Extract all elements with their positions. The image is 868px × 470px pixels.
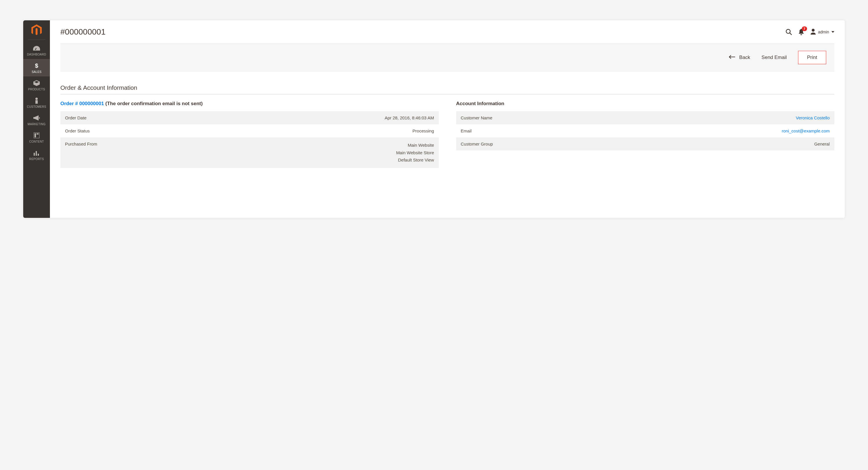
person-icon (32, 97, 41, 104)
sidebar-item-label: MARKETING (28, 123, 45, 126)
svg-point-10 (812, 29, 815, 32)
svg-rect-6 (36, 151, 37, 156)
customer-name-link[interactable]: Veronica Costello (796, 115, 830, 120)
sidebar-separator (28, 39, 45, 40)
svg-line-9 (789, 33, 792, 35)
account-info-table: Customer Name Veronica Costello Email ro… (456, 111, 835, 150)
customer-group-label: Customer Group (456, 138, 615, 150)
chevron-down-icon (831, 31, 834, 33)
svg-point-1 (35, 97, 38, 100)
purchased-from-label: Purchased From (60, 138, 217, 168)
dashboard-icon (32, 45, 41, 51)
order-number-link[interactable]: Order # 000000001 (60, 101, 104, 106)
svg-text:$: $ (35, 62, 38, 69)
sidebar-item-content[interactable]: CONTENT (23, 129, 50, 146)
order-info-column: Order # 000000001 (The order confirmatio… (60, 101, 439, 168)
customer-email-label: Email (456, 124, 615, 138)
svg-rect-3 (34, 133, 36, 138)
svg-rect-4 (37, 133, 39, 135)
page-title: #000000001 (60, 27, 105, 37)
order-date-value: Apr 28, 2016, 8:46:03 AM (217, 111, 439, 124)
print-button[interactable]: Print (798, 51, 826, 64)
sidebar-item-label: DASHBOARD (27, 53, 46, 56)
notifications-button[interactable]: 7 (798, 29, 804, 35)
username-label: admin (818, 30, 829, 34)
table-row: Order Status Processing (60, 124, 439, 138)
order-status-value: Processing (217, 124, 439, 138)
customer-email-link[interactable]: roni_cost@example.com (782, 128, 830, 133)
top-actions: 7 admin (785, 29, 834, 35)
svg-point-8 (786, 29, 790, 33)
notification-badge: 7 (802, 26, 807, 31)
layout-icon (32, 132, 41, 139)
table-row: Order Date Apr 28, 2016, 8:46:03 AM (60, 111, 439, 124)
purchased-from-line: Main Website Store (222, 149, 434, 156)
sidebar-item-label: PRODUCTS (28, 88, 45, 91)
table-row: Email roni_cost@example.com (456, 124, 835, 138)
sidebar-item-label: CONTENT (29, 140, 44, 143)
sidebar-item-customers[interactable]: CUSTOMERS (23, 94, 50, 111)
top-bar: #000000001 7 admi (60, 27, 834, 37)
sidebar: DASHBOARD $ SALES PRODUCTS CUSTOMERS (23, 20, 50, 218)
bar-chart-icon (32, 150, 41, 156)
search-icon[interactable] (785, 29, 792, 35)
customer-group-value: General (615, 138, 834, 150)
order-subheading: Order # 000000001 (The order confirmatio… (60, 101, 439, 107)
table-row: Customer Name Veronica Costello (456, 111, 835, 124)
sidebar-item-dashboard[interactable]: DASHBOARD (23, 41, 50, 59)
megaphone-icon (32, 115, 41, 121)
box-icon (32, 80, 41, 86)
sidebar-item-label: CUSTOMERS (27, 105, 46, 108)
sidebar-item-marketing[interactable]: MARKETING (23, 111, 50, 129)
sidebar-item-reports[interactable]: REPORTS (23, 146, 50, 164)
purchased-from-line: Default Store View (222, 156, 434, 164)
purchased-from-line: Main Website (222, 142, 434, 149)
table-row: Customer Group General (456, 138, 835, 150)
table-row: Purchased From Main Website Main Website… (60, 138, 439, 168)
action-bar: Back Send Email Print (60, 43, 834, 71)
customer-name-label: Customer Name (456, 111, 615, 124)
order-heading-note: (The order confirmation email is not sen… (104, 101, 203, 106)
order-info-table: Order Date Apr 28, 2016, 8:46:03 AM Orde… (60, 111, 439, 168)
sidebar-item-products[interactable]: PRODUCTS (23, 77, 50, 94)
arrow-left-icon (729, 55, 735, 60)
app-window: DASHBOARD $ SALES PRODUCTS CUSTOMERS (23, 20, 845, 218)
dollar-icon: $ (32, 62, 41, 69)
section-title: Order & Account Information (60, 84, 834, 94)
purchased-from-value: Main Website Main Website Store Default … (217, 138, 439, 168)
svg-rect-7 (38, 154, 39, 156)
sidebar-item-label: SALES (32, 70, 41, 74)
order-status-label: Order Status (60, 124, 217, 138)
svg-rect-5 (34, 153, 35, 156)
account-info-column: Account Information Customer Name Veroni… (456, 101, 835, 168)
back-button[interactable]: Back (729, 55, 750, 60)
user-menu[interactable]: admin (810, 29, 834, 35)
magento-logo-icon[interactable] (31, 24, 42, 36)
order-date-label: Order Date (60, 111, 217, 124)
sidebar-item-label: REPORTS (29, 157, 44, 160)
send-email-button[interactable]: Send Email (758, 51, 790, 64)
account-subheading: Account Information (456, 101, 835, 107)
sidebar-item-sales[interactable]: $ SALES (23, 59, 50, 77)
user-icon (810, 29, 816, 35)
info-columns: Order # 000000001 (The order confirmatio… (60, 101, 834, 168)
back-label: Back (739, 55, 750, 60)
main-content: #000000001 7 admi (50, 20, 845, 218)
